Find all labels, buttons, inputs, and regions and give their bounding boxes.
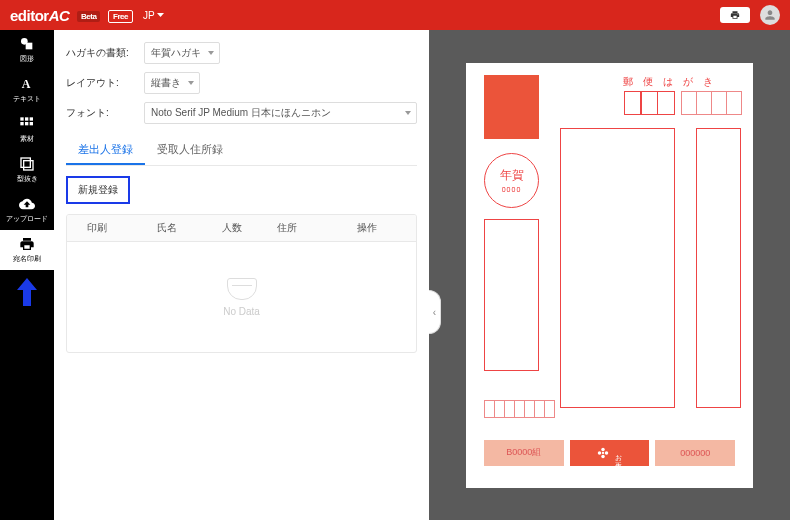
postcard-title: 郵便はがき: [623, 75, 723, 89]
logo-editor: editor: [10, 7, 49, 24]
sidebar-item-elements[interactable]: 素材: [0, 110, 54, 150]
user-icon: [763, 8, 777, 22]
sidebar-label: 型抜き: [17, 174, 38, 184]
printer-icon: [19, 236, 35, 252]
recipient-zip-boxes: [624, 91, 742, 115]
sidebar-item-print-address[interactable]: 宛名印刷: [0, 230, 54, 270]
cloud-upload-icon: [19, 196, 35, 212]
sidebar-item-cutout[interactable]: 型抜き: [0, 150, 54, 190]
print-icon: [730, 10, 740, 20]
svg-point-12: [604, 451, 608, 455]
svg-text:A: A: [22, 77, 31, 91]
th-address: 住所: [257, 215, 317, 241]
logo-ac: AC: [49, 7, 70, 24]
table-header: 印刷 氏名 人数 住所 操作: [67, 215, 416, 242]
svg-point-11: [601, 447, 605, 451]
app-logo: editorAC Beta Free: [10, 7, 133, 24]
arrow-up-icon: [17, 278, 37, 306]
sender-zip-boxes: [484, 400, 554, 418]
sidebar-label: アップロード: [6, 214, 48, 224]
chevron-down-icon: [157, 13, 164, 17]
lottery-group: B0000組: [484, 440, 564, 466]
postcard-type-dropdown[interactable]: 年賀ハガキ: [144, 42, 220, 64]
nenga-stamp: 年賀 0000: [484, 153, 539, 208]
svg-point-15: [601, 451, 603, 453]
svg-rect-5: [30, 117, 33, 120]
recipient-address-box: [696, 128, 741, 408]
sidebar-label: 宛名印刷: [13, 254, 41, 264]
th-print: 印刷: [67, 215, 127, 241]
settings-panel: ハガキの書類: 年賀ハガキ レイアウト: 縦書き フォント: Noto Seri…: [54, 30, 429, 520]
sender-address-box: [484, 219, 539, 371]
svg-rect-4: [25, 117, 28, 120]
panel-collapse-handle[interactable]: ‹: [429, 290, 441, 334]
svg-rect-8: [30, 122, 33, 125]
table-body-empty: No Data: [67, 242, 416, 352]
beta-badge: Beta: [77, 11, 100, 22]
lottery-row: B0000組 お年玉 000000: [466, 440, 753, 466]
font-label: フォント:: [66, 106, 136, 120]
user-avatar[interactable]: [760, 5, 780, 25]
address-table: 印刷 氏名 人数 住所 操作 No Data: [66, 214, 417, 353]
stamp-area: [484, 75, 539, 139]
th-action: 操作: [317, 215, 416, 241]
layout-dropdown[interactable]: 縦書き: [144, 72, 200, 94]
postcard-type-label: ハガキの書類:: [66, 46, 136, 60]
nenga-number: 0000: [502, 186, 522, 193]
sidebar-label: 素材: [20, 134, 34, 144]
font-dropdown[interactable]: Noto Serif JP Medium 日本にほんニホン: [144, 102, 417, 124]
svg-rect-9: [21, 158, 30, 167]
lang-label: JP: [143, 10, 155, 21]
tab-sender[interactable]: 差出人登録: [66, 136, 145, 165]
layout-label: レイアウト:: [66, 76, 136, 90]
svg-point-14: [597, 451, 601, 455]
empty-inbox-icon: [227, 278, 257, 300]
sidebar-item-text[interactable]: A テキスト: [0, 70, 54, 110]
otoshidama-text: お年玉: [614, 449, 624, 457]
sidebar-item-shapes[interactable]: 図形: [0, 30, 54, 70]
canvas-area[interactable]: 郵便はがき 年賀 0000 B0000組 お年玉: [429, 30, 790, 520]
lottery-number: 000000: [655, 440, 735, 466]
shapes-icon: [19, 36, 35, 52]
no-data-text: No Data: [223, 306, 260, 317]
address-tabs: 差出人登録 受取人住所録: [66, 136, 417, 166]
new-register-button[interactable]: 新規登録: [66, 176, 130, 204]
sidebar-item-upload[interactable]: アップロード: [0, 190, 54, 230]
th-name: 氏名: [127, 215, 207, 241]
print-button[interactable]: [720, 7, 750, 23]
tab-recipient[interactable]: 受取人住所録: [145, 136, 235, 165]
free-badge: Free: [108, 10, 133, 23]
svg-rect-7: [25, 122, 28, 125]
svg-rect-3: [20, 117, 23, 120]
recipient-name-box: [560, 128, 675, 408]
otoshidama-box: お年玉: [570, 440, 650, 466]
grid-icon: [19, 116, 35, 132]
svg-rect-10: [24, 161, 33, 170]
left-sidebar: 図形 A テキスト 素材 型抜き アップロード 宛名印刷: [0, 30, 54, 520]
postcard-preview: 郵便はがき 年賀 0000 B0000組 お年玉: [466, 63, 753, 488]
th-count: 人数: [207, 215, 257, 241]
text-icon: A: [19, 76, 35, 92]
nenga-text: 年賀: [500, 167, 524, 184]
svg-rect-1: [26, 43, 33, 50]
language-selector[interactable]: JP: [143, 10, 164, 21]
sidebar-label: テキスト: [13, 94, 41, 104]
app-header: editorAC Beta Free JP: [0, 0, 790, 30]
flower-icon: [596, 446, 610, 460]
svg-point-13: [601, 454, 605, 458]
sidebar-label: 図形: [20, 54, 34, 64]
cutout-icon: [19, 156, 35, 172]
svg-rect-6: [20, 122, 23, 125]
